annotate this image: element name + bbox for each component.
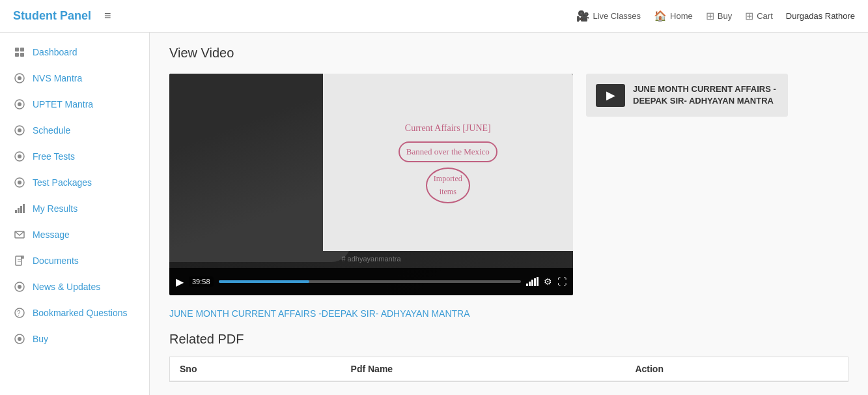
cart-label: Cart <box>757 11 773 21</box>
related-video-item[interactable]: ▶ JUNE MONTH CURRENT AFFAIRS -DEEPAK SIR… <box>586 74 788 117</box>
test-packages-icon <box>13 177 26 188</box>
svg-rect-16 <box>20 206 22 213</box>
sidebar-item-buy[interactable]: Buy <box>0 326 149 352</box>
main-content: View Video Current Affairs [JUNE] Banned… <box>150 33 868 395</box>
sidebar-item-message[interactable]: Message <box>0 222 149 248</box>
watermark: # adhyayanmantra <box>341 255 400 263</box>
sidebar-item-label: NVS Mantra <box>33 73 82 83</box>
video-title-bar: JUNE MONTH CURRENT AFFAIRS -DEEPAK SIR- … <box>169 308 848 319</box>
home-icon: 🏠 <box>654 10 667 22</box>
svg-rect-19 <box>16 256 21 265</box>
svg-rect-14 <box>15 210 17 213</box>
play-thumb-icon: ▶ <box>606 88 615 102</box>
video-controls: ▶ 39:58 ⚙ ⛶ <box>169 268 573 295</box>
sidebar-item-label: Bookmarked Questions <box>33 308 128 318</box>
sidebar-item-label: Message <box>33 229 70 240</box>
video-player[interactable]: Current Affairs [JUNE] Banned over the M… <box>169 74 573 295</box>
video-sidebar: ▶ JUNE MONTH CURRENT AFFAIRS -DEEPAK SIR… <box>586 74 788 295</box>
sidebar-item-nvs[interactable]: NVS Mantra <box>0 65 149 91</box>
svg-rect-17 <box>23 204 25 213</box>
sidebar-item-documents[interactable]: Documents <box>0 248 149 274</box>
hamburger-icon[interactable]: ≡ <box>104 9 111 23</box>
cart-icon: ⊞ <box>745 10 753 22</box>
related-pdf-title: Related PDF <box>169 332 848 347</box>
free-tests-icon <box>13 151 26 162</box>
sidebar-item-label: Test Packages <box>33 177 92 188</box>
svg-point-9 <box>18 128 21 132</box>
live-classes-nav[interactable]: 🎥 Live Classes <box>576 10 641 22</box>
video-container: Current Affairs [JUNE] Banned over the M… <box>169 74 573 295</box>
svg-point-7 <box>18 102 21 106</box>
video-whiteboard: Current Affairs [JUNE] Banned over the M… <box>323 74 573 251</box>
sidebar-item-label: My Results <box>33 203 77 214</box>
buy-icon: ⊞ <box>706 10 714 22</box>
documents-icon <box>13 256 26 266</box>
pdf-table: Sno Pdf Name Action <box>169 357 848 382</box>
whiteboard-content: Current Affairs [JUNE] Banned over the M… <box>392 115 504 210</box>
svg-rect-1 <box>20 48 24 51</box>
results-icon <box>13 203 26 214</box>
content-area: Current Affairs [JUNE] Banned over the M… <box>169 74 848 295</box>
sidebar-item-bookmarked-questions[interactable]: ? Bookmarked Questions <box>0 300 149 326</box>
whiteboard-line2: Banned over the Mexico <box>406 147 490 156</box>
vol-bar-2 <box>529 282 531 286</box>
sidebar-item-label: News & Updates <box>33 282 100 292</box>
related-video-title: JUNE MONTH CURRENT AFFAIRS -DEEPAK SIR- … <box>633 83 778 107</box>
sidebar-item-free-tests[interactable]: Free Tests <box>0 143 149 169</box>
whiteboard-line1: Current Affairs [JUNE] <box>399 121 497 136</box>
fullscreen-icon[interactable]: ⛶ <box>557 276 567 287</box>
sidebar-item-uptet[interactable]: UPTET Mantra <box>0 91 149 117</box>
header-right: 🎥 Live Classes 🏠 Home ⊞ Buy ⊞ Cart Durga… <box>576 10 855 22</box>
sidebar-item-my-results[interactable]: My Results <box>0 196 149 222</box>
vol-bar-4 <box>534 278 536 286</box>
message-icon <box>13 229 26 240</box>
live-classes-icon: 🎥 <box>576 10 589 22</box>
vol-bar-3 <box>531 280 533 286</box>
uptet-icon <box>13 99 26 110</box>
whiteboard-oval1: Banned over the Mexico <box>399 141 497 163</box>
sidebar-item-schedule[interactable]: Schedule <box>0 117 149 143</box>
svg-point-11 <box>18 154 21 158</box>
whiteboard-oval2: Imported items <box>426 168 470 203</box>
header-left: Student Panel ≡ <box>13 9 111 23</box>
cart-nav[interactable]: ⊞ Cart <box>745 10 773 22</box>
svg-point-24 <box>18 285 21 289</box>
svg-text:?: ? <box>17 310 21 317</box>
layout: Dashboard NVS Mantra UPTET Mantra Schedu… <box>0 33 868 395</box>
svg-point-5 <box>18 76 21 80</box>
sidebar-item-news-updates[interactable]: News & Updates <box>0 274 149 300</box>
home-label: Home <box>670 11 693 21</box>
dashboard-icon <box>13 47 26 57</box>
pdf-col-action: Action <box>625 357 848 382</box>
buy-label: Buy <box>718 11 732 21</box>
play-button[interactable]: ▶ <box>176 276 184 288</box>
sidebar-item-test-packages[interactable]: Test Packages <box>0 169 149 196</box>
pdf-col-name: Pdf Name <box>341 357 626 382</box>
svg-rect-15 <box>18 208 20 213</box>
settings-icon[interactable]: ⚙ <box>544 276 552 287</box>
progress-bar[interactable] <box>219 280 521 283</box>
sidebar-item-label: Schedule <box>33 125 70 136</box>
vol-bar-5 <box>537 277 539 286</box>
progress-fill <box>219 280 309 283</box>
related-pdf-section: Related PDF Sno Pdf Name Action <box>169 332 848 382</box>
brand-title: Student Panel <box>13 9 91 23</box>
time-display: 39:58 <box>189 276 214 287</box>
sidebar-item-label: Dashboard <box>33 47 77 57</box>
buy-sidebar-icon <box>13 334 26 344</box>
sidebar-item-dashboard[interactable]: Dashboard <box>0 39 149 65</box>
buy-nav[interactable]: ⊞ Buy <box>706 10 732 22</box>
sidebar: Dashboard NVS Mantra UPTET Mantra Schedu… <box>0 33 150 395</box>
svg-rect-3 <box>20 53 24 57</box>
home-nav[interactable]: 🏠 Home <box>654 10 693 22</box>
whiteboard-line4: items <box>440 187 456 196</box>
sidebar-item-label: Documents <box>33 256 79 266</box>
svg-point-28 <box>18 337 21 341</box>
user-name: Durgadas Rathore <box>786 11 855 21</box>
vol-bar-1 <box>526 284 528 286</box>
live-classes-label: Live Classes <box>593 11 641 21</box>
page-title: View Video <box>169 46 848 61</box>
svg-point-13 <box>18 181 21 184</box>
sidebar-item-label: Free Tests <box>33 151 75 162</box>
nvs-icon <box>13 73 26 83</box>
